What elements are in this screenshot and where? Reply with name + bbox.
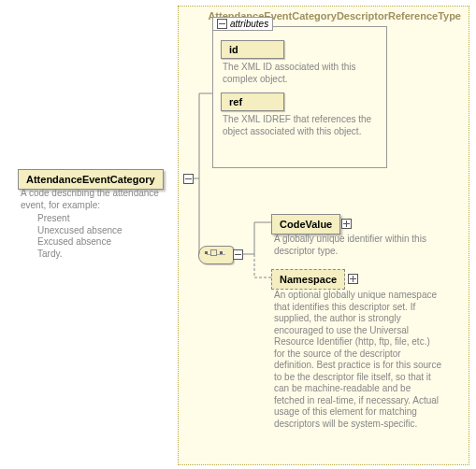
element-label: AttendanceEventCategory: [26, 174, 155, 185]
desc-intro: A code describing the attendance event, …: [21, 188, 159, 210]
attribute-ref-desc: The XML IDREF that references the object…: [221, 114, 372, 137]
attribute-id[interactable]: id: [221, 40, 284, 59]
attributes-frame: attributes id The XML ID associated with…: [212, 26, 387, 168]
element-label: Namespace: [280, 274, 337, 285]
element-codevalue[interactable]: CodeValue: [271, 214, 340, 234]
collapse-icon[interactable]: [233, 249, 243, 260]
expand-icon[interactable]: [348, 274, 358, 284]
codevalue-desc: A globally unique identifier within this…: [274, 234, 433, 257]
desc-example: Present: [37, 213, 180, 225]
attr-label: ref: [229, 96, 242, 107]
element-attendance-event-category[interactable]: AttendanceEventCategory: [18, 169, 164, 190]
namespace-desc: An optional globally unique namespace th…: [274, 290, 442, 430]
desc-example: Excused absence: [37, 236, 180, 249]
collapse-icon[interactable]: [183, 174, 194, 184]
element-description: A code describing the attendance event, …: [21, 188, 180, 260]
desc-example: Unexcused absence: [37, 225, 180, 237]
attr-label: id: [229, 44, 238, 55]
expand-icon[interactable]: [341, 219, 352, 229]
attribute-id-desc: The XML ID associated with this complex …: [221, 62, 372, 85]
attribute-ref[interactable]: ref: [221, 92, 284, 111]
element-namespace[interactable]: Namespace: [271, 269, 345, 290]
attributes-title: attributes: [230, 19, 268, 29]
element-label: CodeValue: [280, 219, 332, 230]
desc-example: Tardy.: [37, 249, 180, 261]
collapse-icon: [217, 19, 227, 29]
attributes-header[interactable]: attributes: [212, 17, 273, 31]
sequence-connector[interactable]: [198, 246, 234, 264]
